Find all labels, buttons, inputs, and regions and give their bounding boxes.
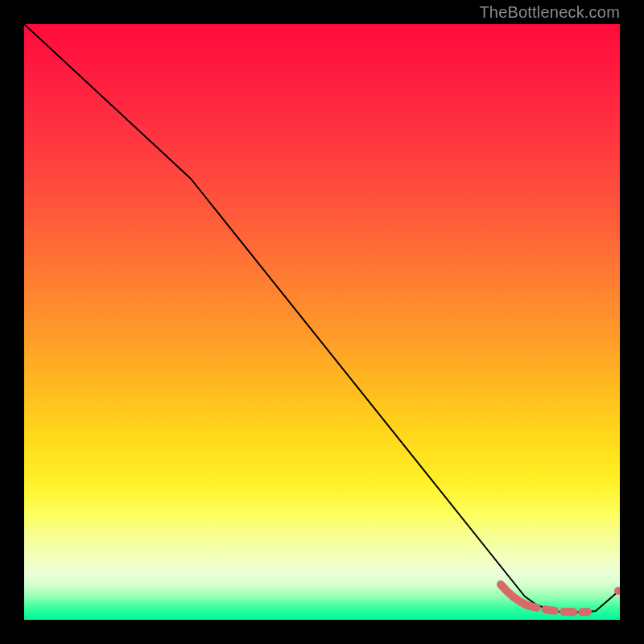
watermark-text: TheBottleneck.com xyxy=(479,3,620,22)
gradient-plot-area xyxy=(24,24,620,620)
chart-frame: TheBottleneck.com xyxy=(0,0,644,644)
